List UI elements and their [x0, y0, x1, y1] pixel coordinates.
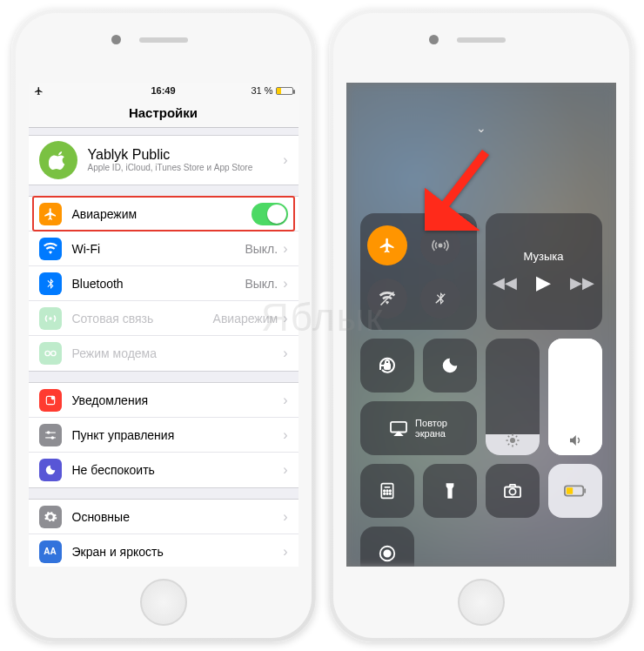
cellular-label: Сотовая связь	[72, 312, 213, 326]
svg-point-4	[50, 395, 55, 399]
dnd-tile[interactable]	[423, 339, 477, 393]
wifi-label: Wi-Fi	[72, 242, 245, 256]
dnd-label: Не беспокоить	[72, 463, 284, 477]
bluetooth-row[interactable]: Bluetooth Выкл. ›	[29, 266, 299, 301]
control-center-row[interactable]: Пункт управления ›	[29, 418, 299, 453]
battery-icon	[276, 87, 293, 95]
general-row[interactable]: Основные ›	[29, 500, 299, 534]
notifications-label: Уведомления	[72, 393, 284, 407]
iphone-right: ⌄	[329, 9, 634, 642]
wifi-row[interactable]: Wi-Fi Выкл. ›	[29, 232, 299, 266]
screen-record-tile[interactable]	[360, 527, 414, 567]
cc-cellular-button[interactable]	[420, 225, 460, 265]
display-icon: AA	[39, 540, 62, 563]
svg-point-40	[384, 550, 390, 556]
airplane-toggle[interactable]	[252, 203, 288, 225]
bluetooth-label: Bluetooth	[72, 277, 245, 291]
notifications-row[interactable]: Уведомления ›	[29, 383, 299, 418]
control-center-label: Пункт управления	[72, 428, 284, 442]
volume-slider[interactable]	[548, 339, 602, 455]
home-button[interactable]	[140, 579, 187, 626]
avatar	[39, 141, 77, 179]
volume-icon	[567, 433, 584, 448]
airplane-label: Авиарежим	[72, 207, 252, 221]
hotspot-icon	[39, 342, 62, 365]
calculator-tile[interactable]	[360, 464, 414, 518]
display-row[interactable]: AA Экран и яркость ›	[29, 534, 299, 567]
low-power-tile[interactable]	[548, 464, 602, 518]
svg-point-28	[383, 490, 385, 492]
mirror-label: Повтор экрана	[415, 418, 447, 439]
apple-id-sub: Apple ID, iCloud, iTunes Store и App Sto…	[88, 163, 284, 173]
svg-point-1	[45, 351, 50, 355]
screen-mirroring-tile[interactable]: Повтор экрана	[360, 401, 477, 455]
status-battery-pct: 31 %	[251, 85, 272, 96]
status-bar: 16:49 31 %	[29, 83, 299, 98]
cc-airplane-button[interactable]	[367, 225, 407, 265]
svg-rect-6	[45, 432, 56, 433]
cellular-icon	[39, 307, 62, 330]
control-center-screen: ⌄	[346, 83, 616, 567]
chevron-right-icon: ›	[283, 509, 287, 525]
hotspot-label: Режим модема	[72, 346, 284, 360]
settings-screen: 16:49 31 % Настройки Yablyk Public Appl	[29, 83, 299, 567]
connectivity-tile[interactable]	[360, 213, 477, 330]
chevron-right-icon: ›	[283, 427, 287, 443]
music-title: Музыка	[524, 250, 564, 263]
apple-id-row[interactable]: Yablyk Public Apple ID, iCloud, iTunes S…	[29, 136, 299, 185]
navbar-title: Настройки	[29, 98, 299, 128]
display-label: Экран и яркость	[72, 545, 284, 559]
svg-rect-37	[584, 488, 586, 493]
next-track-icon[interactable]: ▶▶	[570, 273, 594, 292]
notifications-icon	[39, 389, 62, 412]
flashlight-tile[interactable]	[423, 464, 477, 518]
chevron-right-icon: ›	[283, 241, 287, 257]
svg-point-31	[383, 493, 385, 495]
svg-rect-38	[566, 487, 572, 493]
orientation-lock-tile[interactable]	[360, 339, 414, 393]
dnd-row[interactable]: Не беспокоить ›	[29, 453, 299, 487]
brightness-icon	[505, 433, 520, 448]
home-button[interactable]	[458, 579, 505, 626]
svg-point-2	[50, 351, 55, 355]
gear-icon	[39, 506, 62, 528]
dnd-icon	[39, 459, 62, 481]
svg-line-11	[435, 152, 486, 218]
airplane-icon	[39, 203, 62, 225]
svg-line-21	[507, 436, 509, 438]
play-icon[interactable]: ▶	[536, 272, 551, 294]
chevron-right-icon: ›	[283, 311, 287, 326]
music-tile[interactable]: Музыка ◀◀ ▶ ▶▶	[486, 213, 602, 330]
general-label: Основные	[72, 510, 284, 524]
chevron-right-icon: ›	[283, 152, 287, 168]
cellular-row: Сотовая связь Авиарежим ›	[29, 301, 299, 336]
svg-point-33	[389, 493, 391, 495]
airplane-mode-row[interactable]: Авиарежим	[29, 197, 299, 232]
arrow-annotation	[425, 144, 494, 231]
status-time: 16:49	[151, 85, 175, 96]
prev-track-icon[interactable]: ◀◀	[493, 273, 517, 292]
svg-point-35	[509, 488, 515, 494]
svg-line-22	[515, 444, 517, 446]
cc-wifi-button[interactable]	[367, 279, 407, 319]
chevron-right-icon: ›	[283, 544, 287, 560]
wifi-value: Выкл.	[245, 242, 278, 256]
hotspot-row: Режим модема ›	[29, 336, 299, 371]
svg-line-23	[507, 444, 509, 446]
cellular-value: Авиарежим	[213, 312, 278, 326]
svg-point-0	[49, 317, 52, 320]
apple-id-name: Yablyk Public	[88, 147, 284, 163]
svg-rect-25	[391, 422, 406, 433]
svg-point-30	[389, 490, 391, 492]
cc-bluetooth-button[interactable]	[420, 279, 460, 319]
chevron-right-icon: ›	[283, 276, 287, 292]
camera-tile[interactable]	[486, 464, 540, 518]
brightness-slider[interactable]	[486, 339, 540, 455]
grabber-icon[interactable]: ⌄	[476, 121, 486, 135]
chevron-right-icon: ›	[283, 346, 287, 361]
iphone-left: 16:49 31 % Настройки Yablyk Public Appl	[11, 9, 316, 642]
svg-point-32	[386, 493, 388, 495]
bluetooth-icon	[39, 272, 62, 295]
svg-point-16	[510, 438, 515, 443]
chevron-right-icon: ›	[283, 393, 287, 408]
